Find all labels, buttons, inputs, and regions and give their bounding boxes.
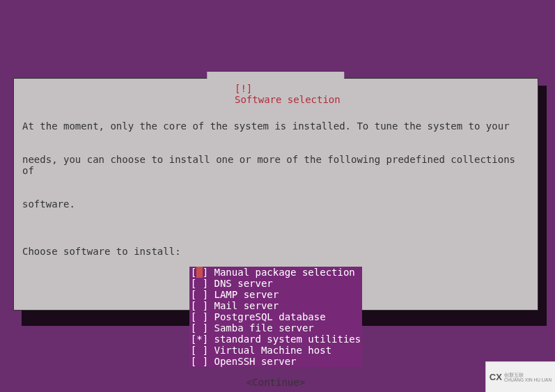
checkbox-mark xyxy=(196,345,202,356)
checkbox-mark xyxy=(196,322,202,334)
checkbox-open-bracket: [ xyxy=(191,300,196,311)
software-list: [ ] Manual package selection [ ] DNS ser… xyxy=(22,267,529,367)
checkbox-close-bracket: ] xyxy=(203,334,214,345)
software-item-label: Manual package selection xyxy=(214,267,361,278)
checkbox-mark: * xyxy=(196,334,202,345)
software-item[interactable]: [ ] Samba file server xyxy=(189,322,362,334)
continue-button[interactable]: <Continue> xyxy=(22,377,529,388)
checkbox-open-bracket: [ xyxy=(191,278,196,289)
checkbox-open-bracket: [ xyxy=(191,322,196,334)
software-item[interactable]: [ ] DNS server xyxy=(189,278,362,289)
checkbox-open-bracket: [ xyxy=(191,334,196,345)
checkbox-open-bracket: [ xyxy=(191,345,196,356)
title-prefix: [!] xyxy=(235,83,252,94)
software-item[interactable]: [ ] OpenSSH server xyxy=(189,356,362,367)
title-text: Software selection xyxy=(235,94,341,105)
watermark-text: 创新互联 CHUANG XIN HU LIAN xyxy=(504,373,552,382)
continue-label: <Continue> xyxy=(247,377,305,388)
software-item-label: PostgreSQL database xyxy=(214,311,361,322)
intro-line: At the moment, only the core of the syst… xyxy=(22,120,529,132)
watermark: CX 创新互联 CHUANG XIN HU LIAN xyxy=(485,361,555,392)
checkbox-mark xyxy=(196,300,202,311)
intro-line: needs, you can choose to install one or … xyxy=(22,154,529,176)
software-item[interactable]: [ ] Virtual Machine host xyxy=(189,345,362,356)
software-item-label: standard system utilities xyxy=(214,334,361,345)
dialog-title: [!] Software selection xyxy=(207,72,344,116)
checkbox-close-bracket: ] xyxy=(203,322,214,334)
software-item-label: Samba file server xyxy=(214,322,361,334)
software-selection-dialog: [!] Software selection At the moment, on… xyxy=(13,78,538,311)
software-list-inner: [ ] Manual package selection [ ] DNS ser… xyxy=(189,267,362,367)
software-item-label: Mail server xyxy=(214,300,361,311)
checkbox-open-bracket: [ xyxy=(191,289,196,300)
software-item[interactable]: [ ] Manual package selection xyxy=(189,267,362,278)
software-item[interactable]: [ ] PostgreSQL database xyxy=(189,311,362,322)
checkbox-close-bracket: ] xyxy=(203,300,214,311)
checkbox-open-bracket: [ xyxy=(191,267,196,278)
checkbox-mark xyxy=(196,267,202,278)
software-item-label: DNS server xyxy=(214,278,361,289)
checkbox-mark xyxy=(196,278,202,289)
checkbox-mark xyxy=(196,356,202,367)
watermark-logo: CX xyxy=(490,372,502,382)
checkbox-close-bracket: ] xyxy=(203,345,214,356)
watermark-line1: 创新互联 xyxy=(504,373,552,377)
dialog-content: At the moment, only the core of the syst… xyxy=(14,79,538,392)
checkbox-open-bracket: [ xyxy=(191,356,196,367)
checkbox-close-bracket: ] xyxy=(203,356,214,367)
intro-line: software. xyxy=(22,198,529,210)
software-item[interactable]: [ ] Mail server xyxy=(189,300,362,311)
software-item-label: LAMP server xyxy=(214,289,361,300)
checkbox-close-bracket: ] xyxy=(203,267,214,278)
software-item-label: OpenSSH server xyxy=(214,356,361,367)
software-item-label: Virtual Machine host xyxy=(214,345,361,356)
checkbox-mark xyxy=(196,289,202,300)
checkbox-mark xyxy=(196,311,202,322)
watermark-line2: CHUANG XIN HU LIAN xyxy=(504,377,552,382)
checkbox-close-bracket: ] xyxy=(203,278,214,289)
choose-label: Choose software to install: xyxy=(22,246,529,257)
intro-text: At the moment, only the core of the syst… xyxy=(22,98,529,232)
checkbox-close-bracket: ] xyxy=(203,289,214,300)
checkbox-open-bracket: [ xyxy=(191,311,196,322)
software-item[interactable]: [ ] LAMP server xyxy=(189,289,362,300)
software-item[interactable]: [*] standard system utilities xyxy=(189,334,362,345)
checkbox-close-bracket: ] xyxy=(203,311,214,322)
